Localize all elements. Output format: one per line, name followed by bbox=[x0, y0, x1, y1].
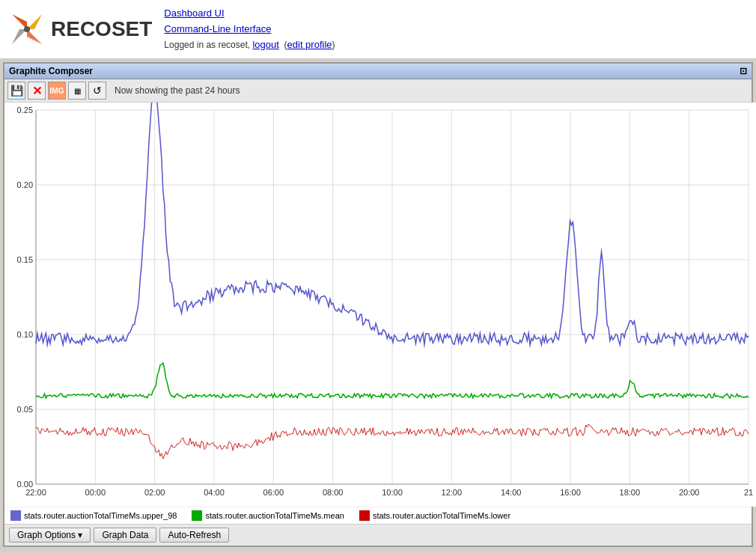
dashboard-link[interactable]: Dashboard UI bbox=[164, 6, 335, 22]
edit-profile-link[interactable]: edit profile bbox=[287, 39, 332, 50]
logo-icon bbox=[9, 11, 45, 47]
graph-area bbox=[4, 103, 752, 507]
composer-panel: Graphite Composer ⊡ 💾 ✕ IMG ▦ ↺ Now show… bbox=[3, 62, 753, 547]
legend: stats.router.auctionTotalTimeMs.upper_98… bbox=[4, 507, 752, 524]
toolbar: 💾 ✕ IMG ▦ ↺ Now showing the past 24 hour… bbox=[4, 79, 752, 103]
toolbar-status: Now showing the past 24 hours bbox=[115, 85, 240, 96]
grid-button[interactable]: ▦ bbox=[68, 82, 86, 100]
legend-label-lower: stats.router.auctionTotalTimeMs.lower bbox=[373, 511, 510, 520]
save-button[interactable]: 💾 bbox=[7, 82, 25, 100]
legend-color-upper98 bbox=[10, 510, 21, 521]
svg-marker-2 bbox=[27, 29, 42, 44]
maximize-icon[interactable]: ⊡ bbox=[740, 66, 747, 76]
graph-data-button[interactable]: Graph Data bbox=[94, 528, 156, 543]
refresh-button[interactable]: ↺ bbox=[88, 82, 106, 100]
bottom-bar: Graph Options ▾ Graph Data Auto-Refresh bbox=[4, 524, 752, 546]
svg-marker-0 bbox=[12, 14, 27, 29]
composer-title-bar: Graphite Composer ⊡ bbox=[4, 64, 752, 79]
svg-marker-3 bbox=[12, 29, 27, 44]
logout-link[interactable]: logout bbox=[252, 39, 278, 50]
composer-title: Graphite Composer bbox=[9, 66, 93, 76]
legend-color-lower bbox=[359, 510, 370, 521]
svg-marker-1 bbox=[27, 14, 42, 29]
legend-color-mean bbox=[192, 510, 202, 521]
svg-point-4 bbox=[24, 26, 30, 32]
delete-button[interactable]: ✕ bbox=[28, 82, 46, 100]
logo-text: RECOSET bbox=[51, 17, 152, 41]
graph-options-button[interactable]: Graph Options ▾ bbox=[9, 528, 91, 543]
legend-item-mean: stats.router.auctionTotalTimeMs.mean bbox=[192, 510, 344, 521]
legend-item-lower: stats.router.auctionTotalTimeMs.lower bbox=[359, 510, 510, 521]
image-button[interactable]: IMG bbox=[48, 82, 66, 100]
logged-in-text: Logged in as recoset, logout (edit profi… bbox=[164, 37, 335, 53]
legend-label-upper98: stats.router.auctionTotalTimeMs.upper_98 bbox=[24, 511, 177, 520]
auto-refresh-button[interactable]: Auto-Refresh bbox=[159, 528, 229, 543]
legend-label-mean: stats.router.auctionTotalTimeMs.mean bbox=[205, 511, 344, 520]
legend-item-upper98: stats.router.auctionTotalTimeMs.upper_98 bbox=[10, 510, 177, 521]
cli-link[interactable]: Command-Line Interface bbox=[164, 22, 335, 37]
